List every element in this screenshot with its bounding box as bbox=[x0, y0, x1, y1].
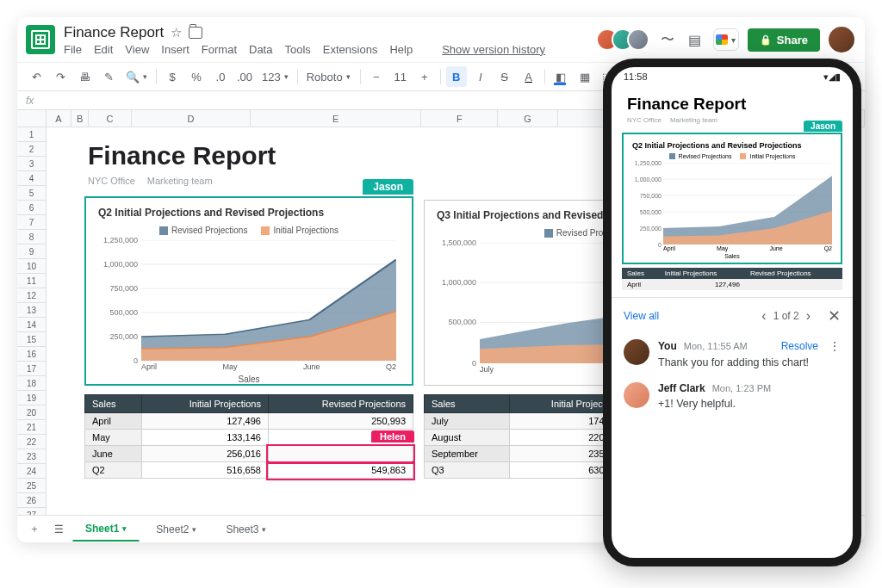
close-icon[interactable]: ✕ bbox=[828, 306, 841, 325]
font-size-decrease[interactable]: − bbox=[366, 66, 387, 87]
row-header[interactable]: 11 bbox=[17, 274, 46, 288]
report-subtitle: NYC OfficeMarketing team bbox=[88, 176, 213, 186]
col-header[interactable]: C bbox=[89, 110, 132, 127]
row-header[interactable]: 13 bbox=[17, 303, 46, 318]
add-sheet-icon[interactable]: ＋ bbox=[24, 519, 45, 540]
italic-button[interactable]: I bbox=[470, 66, 491, 87]
sheet-tab[interactable]: Sheet3 bbox=[213, 517, 279, 542]
percent-icon[interactable]: % bbox=[186, 66, 207, 87]
all-sheets-icon[interactable]: ☰ bbox=[48, 519, 69, 540]
col-header[interactable]: G bbox=[498, 110, 557, 127]
mobile-chart[interactable]: Jason Q2 Initial Projections and Revised… bbox=[622, 133, 842, 264]
avatar bbox=[624, 382, 649, 408]
font-dropdown[interactable]: Roboto bbox=[303, 71, 355, 84]
menu-insert[interactable]: Insert bbox=[161, 43, 189, 56]
version-history-link[interactable]: Show version history bbox=[442, 43, 545, 56]
row-header[interactable]: 16 bbox=[17, 347, 46, 362]
row-header[interactable]: 4 bbox=[17, 171, 46, 186]
row-header[interactable]: 6 bbox=[17, 201, 46, 215]
row-header[interactable]: 7 bbox=[17, 215, 46, 230]
row-header[interactable]: 19 bbox=[17, 391, 46, 405]
borders-button[interactable]: ▦ bbox=[575, 66, 595, 87]
zoom-dropdown[interactable]: 🔍 bbox=[122, 71, 151, 84]
menu-extensions[interactable]: Extensions bbox=[323, 43, 378, 56]
menu-view[interactable]: View bbox=[125, 43, 149, 56]
menu-edit[interactable]: Edit bbox=[94, 43, 113, 56]
col-header[interactable]: A bbox=[47, 110, 72, 127]
move-folder-icon[interactable] bbox=[189, 27, 202, 39]
col-header[interactable]: B bbox=[71, 110, 89, 127]
menu-data[interactable]: Data bbox=[249, 43, 272, 56]
share-button[interactable]: Share bbox=[748, 28, 820, 52]
row-header[interactable]: 12 bbox=[17, 288, 46, 303]
increase-decimal-icon[interactable]: .00 bbox=[234, 66, 255, 87]
row-header[interactable]: 24 bbox=[17, 464, 46, 479]
comment-time: Mon, 1:23 PM bbox=[712, 383, 771, 393]
collaborator-avatars[interactable] bbox=[603, 28, 649, 51]
row-header[interactable]: 3 bbox=[17, 157, 46, 171]
number-format-dropdown[interactable]: 123 bbox=[258, 71, 292, 84]
avatar[interactable] bbox=[627, 28, 649, 51]
comment-item: You Mon, 11:55 AM Resolve ⋮ Thank you fo… bbox=[624, 339, 841, 368]
row-header[interactable]: 22 bbox=[17, 435, 46, 449]
star-icon[interactable]: ☆ bbox=[171, 25, 182, 40]
menubar: File Edit View Insert Format Data Tools … bbox=[64, 43, 545, 56]
prev-icon[interactable]: ‹ bbox=[761, 308, 766, 324]
resolve-button[interactable]: Resolve bbox=[781, 340, 818, 352]
redo-icon[interactable]: ↷ bbox=[50, 66, 71, 87]
table-q2[interactable]: SalesInitial ProjectionsRevised Projecti… bbox=[84, 394, 413, 479]
comments-icon[interactable]: ▤ bbox=[686, 30, 705, 49]
row-header[interactable]: 25 bbox=[17, 479, 46, 493]
row-header[interactable]: 10 bbox=[17, 259, 46, 274]
document-title[interactable]: Finance Report bbox=[64, 24, 164, 41]
currency-icon[interactable]: $ bbox=[162, 66, 183, 87]
bold-button[interactable]: B bbox=[446, 66, 467, 87]
row-header[interactable]: 21 bbox=[17, 420, 46, 435]
status-icons: ▾◢▮ bbox=[823, 71, 841, 83]
comment-item: Jeff Clark Mon, 1:23 PM +1! Very helpful… bbox=[624, 382, 841, 410]
menu-file[interactable]: File bbox=[64, 43, 82, 56]
meet-icon[interactable] bbox=[713, 28, 739, 51]
account-avatar[interactable] bbox=[829, 27, 854, 53]
row-header[interactable]: 27 bbox=[17, 508, 46, 515]
row-header[interactable]: 15 bbox=[17, 332, 46, 347]
table-q3[interactable]: SalesInitial Projections July174,753 Aug… bbox=[424, 394, 630, 479]
strikethrough-button[interactable]: S bbox=[494, 66, 515, 87]
undo-icon[interactable]: ↶ bbox=[26, 66, 47, 87]
font-size-increase[interactable]: + bbox=[414, 66, 435, 87]
col-header[interactable]: F bbox=[421, 110, 498, 127]
row-header[interactable]: 5 bbox=[17, 186, 46, 201]
menu-help[interactable]: Help bbox=[389, 43, 413, 56]
col-header[interactable]: D bbox=[132, 110, 252, 127]
row-header[interactable]: 14 bbox=[17, 318, 46, 332]
row-header[interactable]: 1 bbox=[17, 127, 46, 142]
row-header[interactable]: 8 bbox=[17, 230, 46, 244]
decrease-decimal-icon[interactable]: .0 bbox=[210, 66, 231, 87]
row-header[interactable]: 2 bbox=[17, 142, 46, 157]
view-all-link[interactable]: View all bbox=[624, 310, 659, 322]
row-header[interactable]: 26 bbox=[17, 493, 46, 508]
fill-color-button[interactable]: ◧ bbox=[550, 66, 571, 87]
paint-format-icon[interactable]: ✎ bbox=[98, 66, 119, 87]
more-icon[interactable]: ⋮ bbox=[829, 339, 841, 353]
font-size-value[interactable]: 11 bbox=[390, 66, 411, 87]
row-header[interactable]: 17 bbox=[17, 362, 46, 376]
chart-q2[interactable]: Jason Q2 Initial Projections and Revised… bbox=[84, 196, 413, 386]
sheets-logo-icon[interactable] bbox=[26, 25, 55, 54]
row-header[interactable]: 9 bbox=[17, 244, 46, 259]
next-icon[interactable]: › bbox=[806, 308, 811, 324]
activity-icon[interactable]: 〜 bbox=[658, 30, 677, 49]
sheet-tab[interactable]: Sheet1 bbox=[72, 517, 140, 542]
mobile-table[interactable]: SalesInitial ProjectionsRevised Projecti… bbox=[622, 268, 842, 290]
print-icon[interactable]: 🖶 bbox=[74, 66, 95, 87]
text-color-button[interactable]: A bbox=[519, 66, 539, 87]
menu-format[interactable]: Format bbox=[202, 43, 237, 56]
row-header[interactable]: 20 bbox=[17, 405, 46, 420]
row-header[interactable]: 23 bbox=[17, 449, 46, 464]
row-header[interactable]: 18 bbox=[17, 376, 46, 391]
col-header[interactable]: E bbox=[251, 110, 421, 127]
avatar bbox=[624, 339, 649, 365]
sheet-tab[interactable]: Sheet2 bbox=[143, 517, 209, 542]
chart-plot: 1,250,000 1,000,000 750,000 500,000 250,… bbox=[141, 240, 396, 361]
menu-tools[interactable]: Tools bbox=[284, 43, 310, 56]
